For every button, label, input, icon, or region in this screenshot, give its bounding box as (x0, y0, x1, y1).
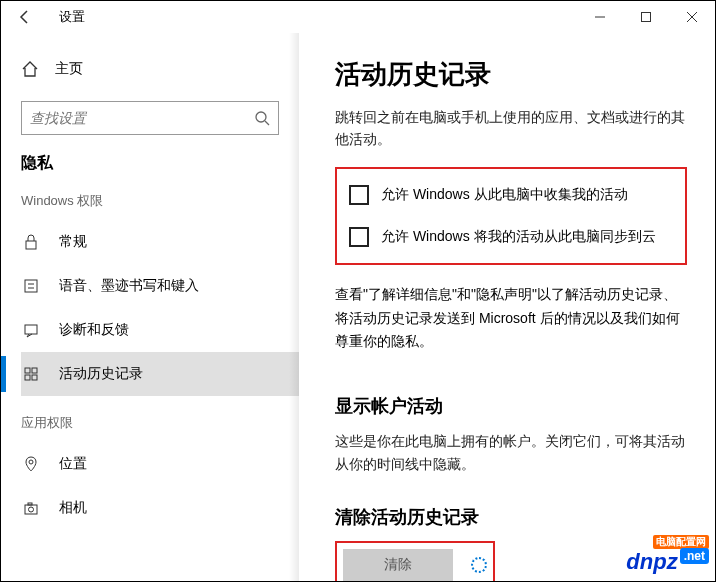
window-controls (577, 1, 715, 33)
checkbox-collect-activity[interactable]: 允许 Windows 从此电脑中收集我的活动 (349, 185, 673, 205)
svg-rect-16 (25, 505, 37, 514)
nav-general[interactable]: 常规 (21, 220, 299, 264)
nav-diagnostics[interactable]: 诊断和反馈 (21, 308, 299, 352)
sidebar: 主页 隐私 Windows 权限 常规 语音、墨迹书写和键入 诊断和反馈 (1, 33, 299, 581)
close-icon (687, 12, 697, 22)
show-accounts-desc: 这些是你在此电脑上拥有的帐户。关闭它们，可将其活动从你的时间线中隐藏。 (335, 430, 687, 475)
minimize-button[interactable] (577, 1, 623, 33)
nav-camera[interactable]: 相机 (21, 486, 299, 530)
back-button[interactable] (9, 1, 41, 33)
page-heading: 活动历史记录 (335, 57, 687, 92)
svg-rect-13 (25, 375, 30, 380)
nav-label: 语音、墨迹书写和键入 (59, 277, 199, 295)
checkbox-label: 允许 Windows 从此电脑中收集我的活动 (381, 186, 628, 204)
checkbox-sync-cloud[interactable]: 允许 Windows 将我的活动从此电脑同步到云 (349, 227, 673, 247)
nav-label: 位置 (59, 455, 87, 473)
svg-rect-18 (28, 503, 32, 505)
svg-rect-11 (25, 368, 30, 373)
arrow-left-icon (17, 9, 33, 25)
group-app-perms: 应用权限 (21, 414, 299, 432)
svg-rect-6 (26, 241, 36, 249)
watermark-sub: 电脑配置网 (653, 535, 709, 549)
svg-point-4 (256, 112, 266, 122)
svg-rect-7 (25, 280, 37, 292)
watermark: 电脑配置网 dnpz .net (626, 549, 709, 575)
home-icon (21, 60, 39, 78)
checkbox-label: 允许 Windows 将我的活动从此电脑同步到云 (381, 228, 656, 246)
svg-line-5 (265, 121, 269, 125)
search-icon (254, 110, 270, 126)
privacy-info-text: 查看"了解详细信息"和"隐私声明"以了解活动历史记录、将活动历史记录发送到 Mi… (335, 283, 687, 354)
location-icon (21, 456, 41, 472)
watermark-suffix: .net (680, 548, 709, 564)
maximize-button[interactable] (623, 1, 669, 33)
search-box[interactable] (21, 101, 279, 135)
svg-point-15 (29, 460, 33, 464)
content-pane: 活动历史记录 跳转回之前在电脑或手机上使用的应用、文档或进行的其他活动。 允许 … (299, 33, 715, 581)
nav-location[interactable]: 位置 (21, 442, 299, 486)
svg-rect-12 (32, 368, 37, 373)
lock-icon (21, 234, 41, 250)
home-label: 主页 (55, 60, 83, 78)
titlebar: 设置 (1, 1, 715, 33)
nav-activity-history[interactable]: 活动历史记录 (21, 352, 299, 396)
history-icon (21, 366, 41, 382)
sidebar-shadow (289, 33, 299, 581)
checkbox-icon[interactable] (349, 227, 369, 247)
clear-highlighted-group: 清除 (335, 541, 495, 581)
window-title: 设置 (59, 8, 85, 26)
section-title: 隐私 (21, 153, 299, 174)
svg-rect-14 (32, 375, 37, 380)
close-button[interactable] (669, 1, 715, 33)
loading-spinner-icon (471, 557, 487, 573)
show-accounts-heading: 显示帐户活动 (335, 394, 687, 418)
home-nav[interactable]: 主页 (21, 49, 299, 89)
feedback-icon (21, 322, 41, 338)
search-input[interactable] (30, 110, 254, 126)
svg-rect-10 (25, 325, 37, 334)
minimize-icon (595, 12, 605, 22)
nav-speech[interactable]: 语音、墨迹书写和键入 (21, 264, 299, 308)
text-icon (21, 278, 41, 294)
camera-icon (21, 500, 41, 516)
svg-point-17 (29, 507, 34, 512)
page-description: 跳转回之前在电脑或手机上使用的应用、文档或进行的其他活动。 (335, 106, 687, 151)
nav-label: 活动历史记录 (59, 365, 143, 383)
clear-history-heading: 清除活动历史记录 (335, 505, 687, 529)
nav-label: 常规 (59, 233, 87, 251)
nav-label: 相机 (59, 499, 87, 517)
group-windows-perms: Windows 权限 (21, 192, 299, 210)
maximize-icon (641, 12, 651, 22)
nav-label: 诊断和反馈 (59, 321, 129, 339)
svg-rect-1 (642, 13, 651, 22)
checkbox-icon[interactable] (349, 185, 369, 205)
checkbox-highlighted-group: 允许 Windows 从此电脑中收集我的活动 允许 Windows 将我的活动从… (335, 167, 687, 265)
clear-button[interactable]: 清除 (343, 549, 453, 581)
watermark-main: dnpz (626, 549, 677, 575)
